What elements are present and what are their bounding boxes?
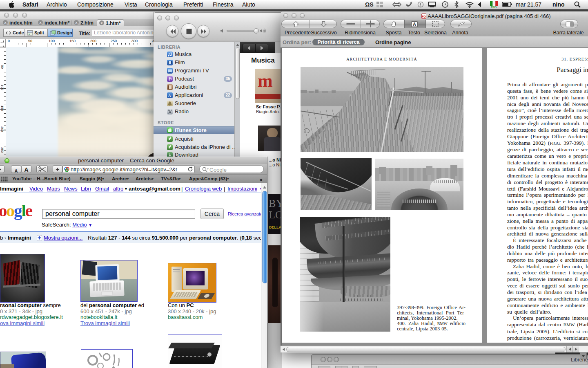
svg-text:A: A: [413, 22, 416, 27]
svg-text:A: A: [168, 94, 171, 98]
svg-text:PDF: PDF: [422, 15, 427, 18]
svg-text:PRO: PRO: [491, 6, 497, 8]
